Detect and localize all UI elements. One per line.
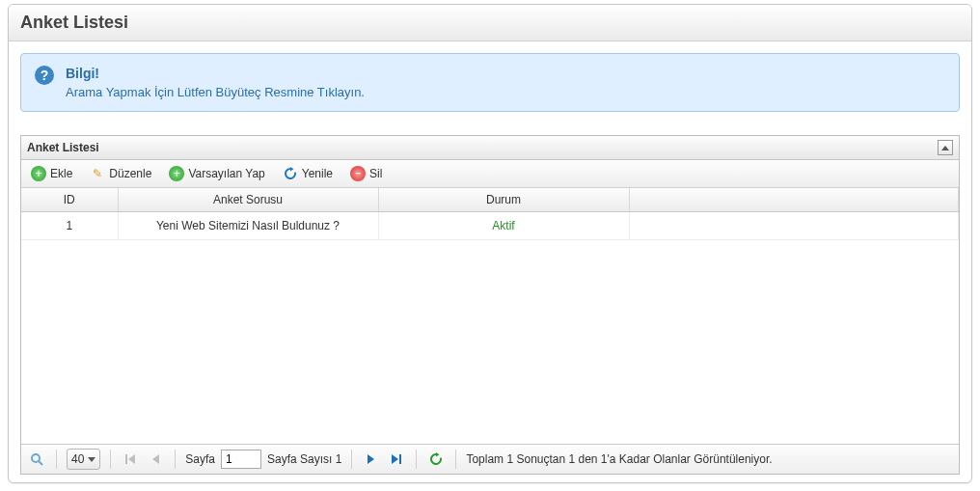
page-label: Sayfa xyxy=(185,452,215,466)
cell-status: Aktif xyxy=(378,212,629,240)
page-size-select[interactable]: 40 xyxy=(67,449,100,470)
svg-point-2 xyxy=(32,454,40,462)
col-header-status[interactable]: Durum xyxy=(378,188,629,212)
page-size-value: 40 xyxy=(71,452,84,466)
svg-marker-7 xyxy=(152,454,159,464)
svg-marker-1 xyxy=(290,167,294,171)
page-count-label: Sayfa Sayısı 1 xyxy=(267,452,341,466)
add-button[interactable]: + Ekle xyxy=(25,164,78,183)
separator xyxy=(416,450,417,469)
status-badge: Aktif xyxy=(492,219,514,232)
first-page-button[interactable] xyxy=(121,450,140,469)
main-panel-body: ? Bilgi! Arama Yapmak İçin Lütfen Büyüte… xyxy=(9,41,971,123)
svg-marker-4 xyxy=(88,457,95,462)
main-panel-header: Anket Listesi xyxy=(9,5,971,41)
pager-summary: Toplam 1 Sonuçtan 1 den 1'a Kadar Olanla… xyxy=(466,452,772,466)
grid-title: Anket Listesi xyxy=(27,141,99,154)
prev-page-button[interactable] xyxy=(146,450,165,469)
last-page-button[interactable] xyxy=(387,450,406,469)
pager-refresh-button[interactable] xyxy=(426,450,446,469)
svg-marker-0 xyxy=(941,146,949,150)
svg-marker-9 xyxy=(392,454,398,464)
col-header-question[interactable]: Anket Sorusu xyxy=(118,188,378,212)
edit-button[interactable]: ✎ Düzenle xyxy=(84,164,157,183)
page-input[interactable] xyxy=(221,450,261,469)
chevron-down-icon xyxy=(88,457,95,462)
info-box: ? Bilgi! Arama Yapmak İçin Lütfen Büyüte… xyxy=(20,53,960,112)
grid-panel: Anket Listesi + Ekle ✎ Düzenle + Varsayı… xyxy=(20,135,960,475)
minus-icon: – xyxy=(350,166,366,181)
svg-marker-11 xyxy=(436,452,440,456)
separator xyxy=(455,450,456,469)
pencil-icon: ✎ xyxy=(90,166,105,181)
svg-marker-6 xyxy=(128,454,135,464)
add-button-label: Ekle xyxy=(50,167,72,180)
refresh-button-label: Yenile xyxy=(302,167,333,180)
grid-table: ID Anket Sorusu Durum xyxy=(21,188,959,212)
cell-empty xyxy=(629,212,959,240)
pager: 40 Sayfa Sayfa Sayısı 1 xyxy=(21,444,959,474)
grid-header: Anket Listesi xyxy=(21,136,959,160)
grid-body: 1 Yeni Web Sitemizi Nasıl Buldunuz ? Akt… xyxy=(21,212,959,444)
grid-header-row: ID Anket Sorusu Durum xyxy=(21,188,959,212)
main-panel: Anket Listesi ? Bilgi! Arama Yapmak İçin… xyxy=(8,4,972,483)
svg-line-3 xyxy=(39,461,42,465)
refresh-icon xyxy=(283,166,298,181)
separator xyxy=(56,450,57,469)
set-default-button[interactable]: + Varsayılan Yap xyxy=(163,164,270,183)
edit-button-label: Düzenle xyxy=(109,167,151,180)
separator xyxy=(351,450,352,469)
col-header-empty xyxy=(629,188,959,212)
plus-icon: + xyxy=(169,166,184,181)
separator xyxy=(175,450,176,469)
svg-marker-8 xyxy=(368,454,374,464)
cell-question: Yeni Web Sitemizi Nasıl Buldunuz ? xyxy=(118,212,378,240)
set-default-button-label: Varsayılan Yap xyxy=(188,167,264,180)
page-title: Anket Listesi xyxy=(20,13,960,33)
info-title: Bilgi! xyxy=(66,66,365,81)
table-row[interactable]: 1 Yeni Web Sitemizi Nasıl Buldunuz ? Akt… xyxy=(21,212,959,240)
svg-rect-5 xyxy=(125,454,127,464)
next-page-button[interactable] xyxy=(362,450,381,469)
col-header-id[interactable]: ID xyxy=(21,188,118,212)
separator xyxy=(110,450,111,469)
collapse-button[interactable] xyxy=(938,140,953,155)
refresh-button[interactable]: Yenile xyxy=(277,164,339,183)
cell-id: 1 xyxy=(21,212,118,240)
info-message: Arama Yapmak İçin Lütfen Büyüteç Resmine… xyxy=(66,85,365,99)
grid-toolbar: + Ekle ✎ Düzenle + Varsayılan Yap Yenile xyxy=(21,160,959,188)
question-icon: ? xyxy=(35,66,54,85)
info-text: Bilgi! Arama Yapmak İçin Lütfen Büyüteç … xyxy=(66,66,365,99)
delete-button[interactable]: – Sil xyxy=(344,164,388,183)
search-icon[interactable] xyxy=(27,450,46,469)
plus-icon: + xyxy=(31,166,46,181)
delete-button-label: Sil xyxy=(369,167,382,180)
svg-rect-10 xyxy=(399,454,401,464)
